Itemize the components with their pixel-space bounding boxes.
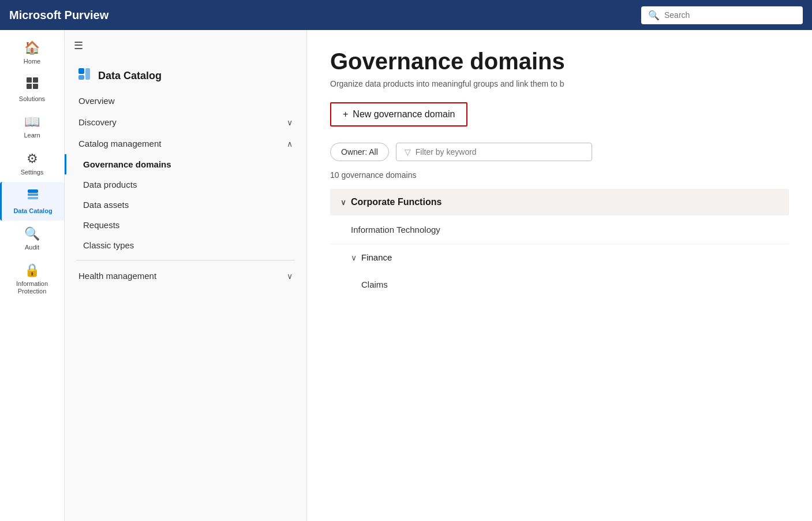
sidebar-label-learn: Learn [24,132,40,139]
owner-filter-label: Owner: All [341,147,378,157]
owner-filter-button[interactable]: Owner: All [330,143,389,161]
nav-item-catalog-management-label: Catalog management [78,139,161,148]
nav-sub-item-governance-domains[interactable]: Governance domains [65,154,306,174]
svg-rect-3 [33,84,38,89]
svg-rect-4 [28,189,38,193]
plus-icon: + [343,109,348,120]
icon-sidebar: 🏠 Home Solutions 📖 Learn ⚙ Settings [0,30,65,521]
nav-sub-item-data-assets[interactable]: Data assets [65,195,306,215]
new-domain-btn-label: New governance domain [353,109,455,120]
sidebar-item-audit[interactable]: 🔍 Audit [0,221,64,257]
svg-rect-9 [85,68,90,80]
nav-sub-item-data-products[interactable]: Data products [65,174,306,195]
svg-rect-2 [27,84,32,89]
new-governance-domain-button[interactable]: + New governance domain [330,102,467,126]
app-title: Microsoft Purview [9,9,108,22]
sidebar-label-settings: Settings [21,169,44,176]
search-icon: 🔍 [648,10,660,21]
chevron-down-icon-finance: ∨ [351,253,357,262]
nav-section-label: Data Catalog [98,70,162,82]
main-layout: 🏠 Home Solutions 📖 Learn ⚙ Settings [0,30,812,521]
sidebar-label-audit: Audit [25,244,39,251]
nav-item-discovery-label: Discovery [78,117,117,127]
domain-item-info-tech: Information Technology [330,215,789,244]
sidebar-item-information-protection[interactable]: 🔒 Information Protection [0,257,64,301]
chevron-down-icon: ∨ [287,118,293,127]
nav-item-overview[interactable]: Overview [65,90,306,111]
nav-sub-item-data-assets-label: Data assets [83,200,129,210]
nav-item-discovery[interactable]: Discovery ∨ [65,111,306,133]
nav-sub-item-requests[interactable]: Requests [65,215,306,235]
keyword-filter-input[interactable] [416,147,583,157]
data-catalog-icon [26,188,40,205]
hamburger-menu[interactable]: ☰ [74,39,83,52]
sidebar-label-solutions: Solutions [19,95,45,103]
keyword-filter[interactable]: ▽ [396,143,592,161]
page-subtitle: Organize data products into meaningful g… [330,79,789,88]
chevron-down-icon-health: ∨ [287,271,293,281]
nav-sub-item-data-products-label: Data products [83,180,137,189]
sidebar-label-home: Home [24,58,40,65]
chevron-up-icon: ∧ [287,139,293,148]
nav-sidebar: ☰ Data Catalog Overview Discovery ∨ [65,30,307,521]
sidebar-item-data-catalog[interactable]: Data Catalog [0,182,64,221]
home-icon: 🏠 [24,40,40,55]
content-area: Governance domains Organize data product… [307,30,812,521]
domain-sub-group-label: Finance [361,252,392,262]
learn-icon: 📖 [24,114,40,129]
information-protection-icon: 🔒 [24,263,40,278]
nav-section-title[interactable]: Data Catalog [65,61,306,90]
search-input[interactable] [664,10,796,20]
filter-row: Owner: All ▽ [330,143,789,161]
svg-rect-8 [78,75,84,80]
data-catalog-nav-icon [76,66,92,85]
nav-item-catalog-management[interactable]: Catalog management ∧ [65,133,306,154]
sidebar-item-solutions[interactable]: Solutions [0,71,64,109]
settings-icon: ⚙ [27,151,38,166]
svg-rect-1 [33,77,38,83]
nav-item-overview-label: Overview [78,96,115,106]
svg-rect-0 [27,77,32,83]
domain-count: 10 governance domains [330,170,789,180]
nav-section-data-catalog: Data Catalog Overview Discovery ∨ Catalo… [65,57,306,291]
domain-sub-item-label: Claims [361,280,388,289]
svg-rect-7 [78,68,84,74]
search-box[interactable]: 🔍 [641,6,803,24]
sidebar-label-data-catalog: Data Catalog [13,207,52,215]
domain-sub-item-claims: Claims [330,270,789,299]
nav-sub-item-requests-label: Requests [83,220,119,230]
domain-sub-group-finance[interactable]: ∨ Finance [330,244,789,270]
nav-sidebar-header: ☰ [65,30,306,57]
sidebar-item-settings[interactable]: ⚙ Settings [0,146,64,182]
solutions-icon [26,77,39,93]
domain-group-corporate-functions[interactable]: ∨ Corporate Functions [330,189,789,215]
svg-rect-5 [28,193,38,196]
domain-group-label: Corporate Functions [351,197,441,207]
page-title: Governance domains [330,49,789,75]
filter-icon: ▽ [405,147,411,157]
sidebar-item-learn[interactable]: 📖 Learn [0,109,64,145]
nav-item-health-management[interactable]: Health management ∨ [65,265,306,286]
audit-icon: 🔍 [24,226,40,241]
nav-item-health-management-label: Health management [78,271,156,281]
domain-list: ∨ Corporate Functions Information Techno… [330,189,789,299]
svg-rect-6 [28,197,38,199]
nav-sub-item-classic-types[interactable]: Classic types [65,235,306,255]
topbar: Microsoft Purview 🔍 [0,0,812,30]
chevron-down-icon-corp: ∨ [340,198,346,207]
nav-sub-item-governance-domains-label: Governance domains [83,159,171,169]
domain-item-label: Information Technology [351,225,440,235]
sidebar-label-information-protection: Information Protection [5,280,59,295]
nav-divider [76,260,295,260]
sidebar-item-home[interactable]: 🏠 Home [0,35,64,71]
nav-sub-item-classic-types-label: Classic types [83,240,134,250]
